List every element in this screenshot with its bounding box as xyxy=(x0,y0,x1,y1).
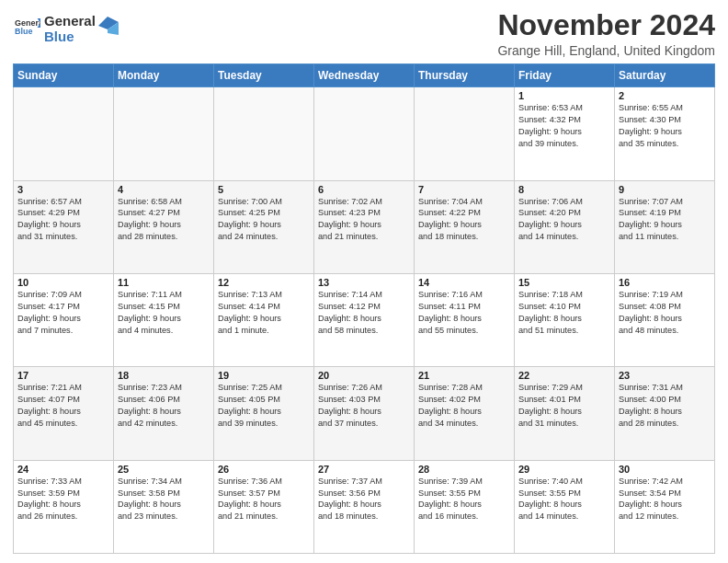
calendar-cell: 6Sunrise: 7:02 AM Sunset: 4:23 PM Daylig… xyxy=(314,180,415,273)
day-number: 15 xyxy=(518,277,610,288)
day-info: Sunrise: 7:37 AM Sunset: 3:56 PM Dayligh… xyxy=(318,476,410,523)
col-friday: Friday xyxy=(515,64,615,87)
location: Grange Hill, England, United Kingdom xyxy=(497,43,715,58)
header: General Blue General Blue November 2024 … xyxy=(13,9,715,58)
day-info: Sunrise: 7:36 AM Sunset: 3:57 PM Dayligh… xyxy=(218,476,310,523)
day-number: 8 xyxy=(518,184,610,195)
calendar-table: Sunday Monday Tuesday Wednesday Thursday… xyxy=(13,63,715,554)
calendar-cell: 17Sunrise: 7:21 AM Sunset: 4:07 PM Dayli… xyxy=(14,367,114,460)
day-info: Sunrise: 7:11 AM Sunset: 4:15 PM Dayligh… xyxy=(118,289,210,337)
col-wednesday: Wednesday xyxy=(314,64,415,87)
day-info: Sunrise: 6:57 AM Sunset: 4:29 PM Dayligh… xyxy=(17,196,109,244)
day-info: Sunrise: 7:26 AM Sunset: 4:03 PM Dayligh… xyxy=(318,382,410,430)
calendar-cell: 12Sunrise: 7:13 AM Sunset: 4:14 PM Dayli… xyxy=(214,273,314,366)
col-thursday: Thursday xyxy=(415,64,515,87)
day-info: Sunrise: 7:34 AM Sunset: 3:58 PM Dayligh… xyxy=(118,476,210,523)
logo: General Blue General Blue xyxy=(13,13,119,45)
calendar-cell: 25Sunrise: 7:34 AM Sunset: 3:58 PM Dayli… xyxy=(114,460,214,553)
day-number: 12 xyxy=(218,277,310,288)
day-info: Sunrise: 6:55 AM Sunset: 4:30 PM Dayligh… xyxy=(619,102,711,150)
day-info: Sunrise: 7:13 AM Sunset: 4:14 PM Dayligh… xyxy=(218,289,310,337)
calendar-cell: 11Sunrise: 7:11 AM Sunset: 4:15 PM Dayli… xyxy=(114,273,214,366)
day-number: 11 xyxy=(118,277,210,288)
calendar-cell: 27Sunrise: 7:37 AM Sunset: 3:56 PM Dayli… xyxy=(314,460,415,553)
day-info: Sunrise: 7:02 AM Sunset: 4:23 PM Dayligh… xyxy=(318,196,410,244)
col-monday: Monday xyxy=(114,64,214,87)
calendar-cell: 30Sunrise: 7:42 AM Sunset: 3:54 PM Dayli… xyxy=(615,460,715,553)
calendar-cell: 24Sunrise: 7:33 AM Sunset: 3:59 PM Dayli… xyxy=(14,460,114,553)
calendar-cell: 23Sunrise: 7:31 AM Sunset: 4:00 PM Dayli… xyxy=(615,367,715,460)
logo-icon: General Blue xyxy=(15,14,40,40)
day-number: 9 xyxy=(619,184,711,195)
day-info: Sunrise: 7:28 AM Sunset: 4:02 PM Dayligh… xyxy=(418,382,510,430)
day-info: Sunrise: 7:42 AM Sunset: 3:54 PM Dayligh… xyxy=(619,476,711,523)
calendar-week-3: 10Sunrise: 7:09 AM Sunset: 4:17 PM Dayli… xyxy=(14,273,715,366)
calendar-cell: 16Sunrise: 7:19 AM Sunset: 4:08 PM Dayli… xyxy=(615,273,715,366)
calendar-week-2: 3Sunrise: 6:57 AM Sunset: 4:29 PM Daylig… xyxy=(14,180,715,273)
day-info: Sunrise: 7:09 AM Sunset: 4:17 PM Dayligh… xyxy=(17,289,109,337)
day-info: Sunrise: 7:21 AM Sunset: 4:07 PM Dayligh… xyxy=(17,382,109,430)
calendar-cell: 4Sunrise: 6:58 AM Sunset: 4:27 PM Daylig… xyxy=(114,180,214,273)
calendar-week-5: 24Sunrise: 7:33 AM Sunset: 3:59 PM Dayli… xyxy=(14,460,715,553)
calendar-cell xyxy=(314,87,415,180)
day-number: 4 xyxy=(118,184,210,195)
calendar-cell: 29Sunrise: 7:40 AM Sunset: 3:55 PM Dayli… xyxy=(515,460,615,553)
calendar-cell: 1Sunrise: 6:53 AM Sunset: 4:32 PM Daylig… xyxy=(515,87,615,180)
calendar-cell: 14Sunrise: 7:16 AM Sunset: 4:11 PM Dayli… xyxy=(415,273,515,366)
day-number: 29 xyxy=(518,464,610,475)
day-info: Sunrise: 7:33 AM Sunset: 3:59 PM Dayligh… xyxy=(17,476,109,523)
day-number: 10 xyxy=(17,277,109,288)
day-number: 19 xyxy=(218,370,310,381)
day-info: Sunrise: 7:29 AM Sunset: 4:01 PM Dayligh… xyxy=(518,382,610,430)
title-block: November 2024 Grange Hill, England, Unit… xyxy=(497,9,715,58)
day-number: 5 xyxy=(218,184,310,195)
calendar-cell: 3Sunrise: 6:57 AM Sunset: 4:29 PM Daylig… xyxy=(14,180,114,273)
day-number: 25 xyxy=(118,464,210,475)
calendar-cell: 8Sunrise: 7:06 AM Sunset: 4:20 PM Daylig… xyxy=(515,180,615,273)
day-number: 23 xyxy=(619,370,711,381)
calendar-week-4: 17Sunrise: 7:21 AM Sunset: 4:07 PM Dayli… xyxy=(14,367,715,460)
day-number: 7 xyxy=(418,184,510,195)
day-number: 20 xyxy=(318,370,410,381)
day-info: Sunrise: 7:16 AM Sunset: 4:11 PM Dayligh… xyxy=(418,289,510,337)
calendar-cell: 19Sunrise: 7:25 AM Sunset: 4:05 PM Dayli… xyxy=(214,367,314,460)
day-number: 28 xyxy=(418,464,510,475)
day-info: Sunrise: 7:14 AM Sunset: 4:12 PM Dayligh… xyxy=(318,289,410,337)
calendar-cell: 13Sunrise: 7:14 AM Sunset: 4:12 PM Dayli… xyxy=(314,273,415,366)
day-info: Sunrise: 7:19 AM Sunset: 4:08 PM Dayligh… xyxy=(619,289,711,337)
day-number: 27 xyxy=(318,464,410,475)
logo-line2: Blue xyxy=(44,29,96,44)
calendar-cell: 26Sunrise: 7:36 AM Sunset: 3:57 PM Dayli… xyxy=(214,460,314,553)
svg-text:Blue: Blue xyxy=(15,27,32,36)
calendar-cell: 22Sunrise: 7:29 AM Sunset: 4:01 PM Dayli… xyxy=(515,367,615,460)
calendar-cell: 21Sunrise: 7:28 AM Sunset: 4:02 PM Dayli… xyxy=(415,367,515,460)
day-number: 6 xyxy=(318,184,410,195)
day-info: Sunrise: 7:07 AM Sunset: 4:19 PM Dayligh… xyxy=(619,196,711,244)
calendar-week-1: 1Sunrise: 6:53 AM Sunset: 4:32 PM Daylig… xyxy=(14,87,715,180)
calendar-cell xyxy=(114,87,214,180)
day-number: 2 xyxy=(619,90,711,101)
day-number: 17 xyxy=(17,370,109,381)
month-title: November 2024 xyxy=(497,9,715,41)
calendar-cell: 15Sunrise: 7:18 AM Sunset: 4:10 PM Dayli… xyxy=(515,273,615,366)
col-saturday: Saturday xyxy=(615,64,715,87)
day-info: Sunrise: 7:04 AM Sunset: 4:22 PM Dayligh… xyxy=(418,196,510,244)
day-number: 26 xyxy=(218,464,310,475)
day-number: 21 xyxy=(418,370,510,381)
day-info: Sunrise: 7:06 AM Sunset: 4:20 PM Dayligh… xyxy=(518,196,610,244)
calendar-cell: 20Sunrise: 7:26 AM Sunset: 4:03 PM Dayli… xyxy=(314,367,415,460)
calendar-cell: 7Sunrise: 7:04 AM Sunset: 4:22 PM Daylig… xyxy=(415,180,515,273)
day-info: Sunrise: 7:31 AM Sunset: 4:00 PM Dayligh… xyxy=(619,382,711,430)
day-info: Sunrise: 6:58 AM Sunset: 4:27 PM Dayligh… xyxy=(118,196,210,244)
col-tuesday: Tuesday xyxy=(214,64,314,87)
calendar-cell: 2Sunrise: 6:55 AM Sunset: 4:30 PM Daylig… xyxy=(615,87,715,180)
day-info: Sunrise: 6:53 AM Sunset: 4:32 PM Dayligh… xyxy=(518,102,610,150)
day-info: Sunrise: 7:25 AM Sunset: 4:05 PM Dayligh… xyxy=(218,382,310,430)
page: General Blue General Blue November 2024 … xyxy=(0,0,728,563)
day-info: Sunrise: 7:00 AM Sunset: 4:25 PM Dayligh… xyxy=(218,196,310,244)
logo-bird-icon xyxy=(98,17,119,35)
day-number: 16 xyxy=(619,277,711,288)
calendar-cell xyxy=(14,87,114,180)
calendar-cell: 5Sunrise: 7:00 AM Sunset: 4:25 PM Daylig… xyxy=(214,180,314,273)
calendar-cell: 28Sunrise: 7:39 AM Sunset: 3:55 PM Dayli… xyxy=(415,460,515,553)
